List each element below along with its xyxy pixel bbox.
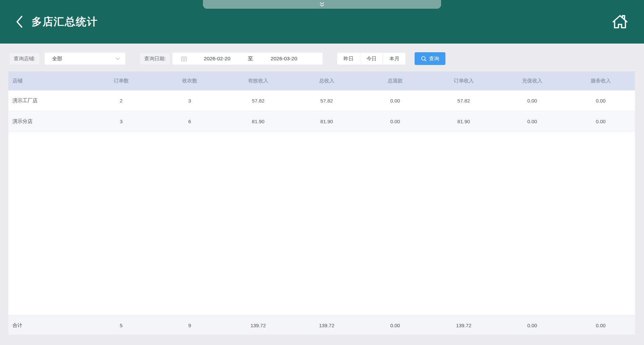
search-button-label: 查询	[429, 56, 439, 62]
total-cell: 139.72	[292, 316, 361, 335]
store-select-value: 全部	[52, 56, 62, 62]
header-cell: 有效收入	[224, 71, 292, 90]
table-row: 演示分店3681.9081.900.0081.900.000.00	[8, 111, 635, 132]
total-cell: 139.72	[224, 316, 292, 335]
table-cell: 0.00	[567, 90, 635, 111]
table-header-row: 店铺订单数收衣数有效收入总收入总退款订单收入充值收入服务收入	[8, 71, 635, 90]
date-filter-label: 查询日期:	[140, 52, 170, 65]
table-body: 演示工厂店2357.8257.820.0057.820.000.00演示分店36…	[8, 90, 635, 316]
date-to-value[interactable]: 2026-03-20	[254, 56, 314, 62]
date-range-picker[interactable]: 2026-02-20 至 2026-03-20	[172, 52, 323, 65]
home-button[interactable]	[612, 13, 629, 31]
table-cell: 81.90	[429, 111, 498, 132]
store-filter-group: 查询店铺: 全部	[9, 52, 126, 65]
table-cell: 演示工厂店	[8, 90, 87, 111]
table-cell: 0.00	[361, 111, 429, 132]
table-cell: 57.82	[292, 90, 361, 111]
search-icon	[421, 56, 427, 62]
header-cell: 总收入	[292, 71, 361, 90]
table-cell: 2	[87, 90, 155, 111]
date-separator: 至	[247, 55, 254, 62]
total-cell: 0.00	[498, 316, 567, 335]
table-cell: 3	[87, 111, 155, 132]
table-cell: 81.90	[224, 111, 292, 132]
quick-month-button[interactable]: 本月	[383, 53, 406, 65]
page-title: 多店汇总统计	[32, 15, 98, 29]
home-icon	[612, 13, 629, 31]
search-button[interactable]: 查询	[415, 52, 445, 65]
chevron-left-icon	[15, 15, 23, 28]
summary-table: 店铺订单数收衣数有效收入总收入总退款订单收入充值收入服务收入 演示工厂店2357…	[8, 71, 635, 335]
back-button[interactable]	[15, 15, 23, 28]
quick-yesterday-button[interactable]: 昨日	[337, 53, 360, 65]
total-cell: 0.00	[361, 316, 429, 335]
table-cell: 3	[155, 90, 224, 111]
double-chevron-down-icon	[319, 2, 325, 7]
total-cell: 5	[87, 316, 155, 335]
date-from-value[interactable]: 2026-02-20	[187, 56, 247, 62]
header-cell: 服务收入	[567, 71, 635, 90]
header-cell: 订单收入	[429, 71, 498, 90]
app-header: 多店汇总统计	[0, 0, 644, 44]
quick-today-button[interactable]: 今日	[360, 53, 383, 65]
header-cell: 充值收入	[498, 71, 567, 90]
table-cell: 0.00	[361, 90, 429, 111]
filter-bar: 查询店铺: 全部 查询日期: 2026-02-20 至 2026-03-20	[9, 52, 644, 65]
total-cell: 0.00	[567, 316, 635, 335]
table-cell: 57.82	[224, 90, 292, 111]
table-cell: 6	[155, 111, 224, 132]
header-cell: 店铺	[8, 71, 87, 90]
table-cell: 57.82	[429, 90, 498, 111]
table-row: 演示工厂店2357.8257.820.0057.820.000.00	[8, 90, 635, 111]
table-cell: 0.00	[567, 111, 635, 132]
date-filter-group: 查询日期: 2026-02-20 至 2026-03-20	[140, 52, 323, 65]
header-cell: 总退款	[361, 71, 429, 90]
total-cell: 合计	[8, 316, 87, 335]
store-select[interactable]: 全部	[44, 52, 126, 65]
table-cell: 0.00	[498, 90, 567, 111]
header-cell: 收衣数	[155, 71, 224, 90]
store-filter-label: 查询店铺:	[9, 52, 40, 65]
table-cell: 81.90	[292, 111, 361, 132]
chevron-down-icon	[115, 57, 120, 60]
total-cell: 139.72	[429, 316, 498, 335]
calendar-icon	[181, 56, 187, 62]
quick-date-buttons: 昨日 今日 本月	[337, 52, 406, 65]
table-cell: 演示分店	[8, 111, 87, 132]
table-total-row: 合计59139.72139.720.00139.720.000.00	[8, 316, 635, 335]
header-cell: 订单数	[87, 71, 155, 90]
table-cell: 0.00	[498, 111, 567, 132]
total-cell: 9	[155, 316, 224, 335]
drawer-handle[interactable]	[203, 0, 441, 9]
